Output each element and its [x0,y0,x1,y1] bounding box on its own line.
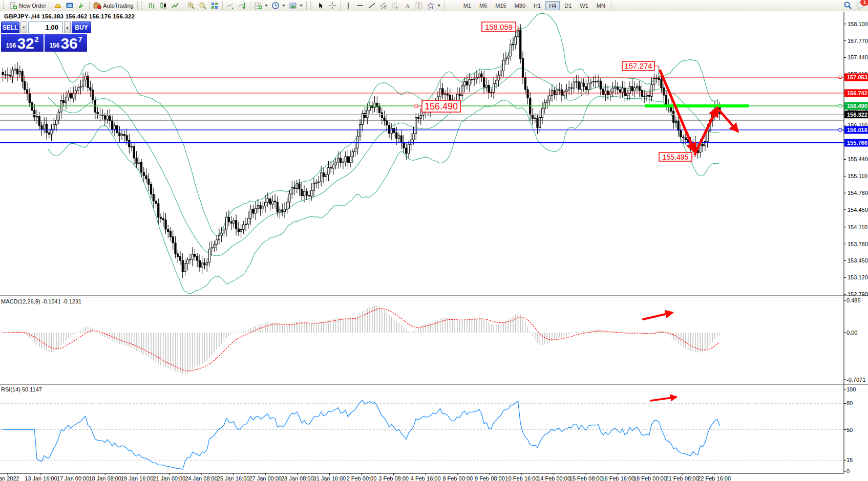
timeframe-D1[interactable]: D1 [561,1,575,10]
mailbox-icon [66,2,74,10]
timeframe-M30[interactable]: M30 [511,1,529,10]
timeframe-H4[interactable]: H4 [545,1,560,10]
trendline-button[interactable] [366,1,377,11]
signals-icon [77,2,86,10]
zoom-in-icon [187,2,195,10]
sell-price-point: 2 [35,35,39,43]
text-icon: A [403,2,411,10]
timeframe-M15[interactable]: M15 [492,1,510,10]
equidistant-channel-button[interactable]: E [378,1,389,11]
separator [340,2,341,10]
signals-button[interactable] [76,1,87,11]
time-axis-label: 10 Feb 16:00 [505,475,539,481]
price-tick-label: 153.450 [848,257,868,264]
timeframe-M1[interactable]: M1 [460,1,475,10]
time-axis-label: 17 Jan 00:00 [57,475,90,481]
horizontal-line-icon [356,2,364,10]
auto-scroll-button[interactable] [225,1,236,11]
tile-windows-button[interactable] [209,1,220,11]
line-handle[interactable] [839,105,841,107]
buy-price-display[interactable]: 156367 [45,34,87,52]
shapes-dropdown[interactable] [425,1,442,11]
caret-icon [437,5,440,7]
bar-chart-icon [147,2,156,10]
timeframe-MN[interactable]: MN [593,1,609,10]
zoom-out-button[interactable] [197,1,208,11]
rsi-axis-label: 50 [846,427,853,433]
candlesticks-button[interactable] [158,1,169,11]
order-entry-row: SELL ▼ ▲ BUY [1,21,87,33]
time-axis-label: 25 Jan 16:00 [217,475,250,481]
time-axis-label: 28 Jan 08:00 [281,475,314,481]
separator [137,2,138,10]
separator [611,2,611,10]
price-level-label: 155.766 [847,140,867,146]
buy-price-point: 7 [78,35,82,43]
search-button[interactable] [842,1,854,11]
periods-dropdown[interactable] [270,1,287,11]
horizontal-line-button[interactable] [354,1,366,11]
price-chart-canvas[interactable]: 158.100157.770157.440157.110156.440156.1… [0,11,868,481]
sell-button[interactable]: SELL [1,21,19,33]
timeframe-H1[interactable]: H1 [530,1,544,10]
notification-badge[interactable]: 1 [860,0,868,6]
rsi-axis-label: 0 [846,468,850,474]
gold-button[interactable] [52,1,63,11]
caret-icon [265,5,268,7]
time-axis-label: 22 Feb 16:00 [697,475,731,481]
cursor-button[interactable] [315,1,326,11]
separator [306,2,307,10]
svg-text:F: F [396,6,398,10]
price-tick-label: 152.790 [848,291,868,297]
rsi-axis-label: 15 [846,457,853,463]
caret-icon [282,5,285,7]
trendline-icon [368,2,376,10]
separator [250,2,250,10]
support-highlight-bar[interactable] [645,104,749,107]
line-handle[interactable] [839,76,841,78]
toolbar: New Order AutoTrading E F [0,0,868,11]
svg-text:T: T [417,3,420,9]
line-handle[interactable] [839,128,841,131]
toolbar-grip[interactable] [141,2,144,9]
autotrading-icon [93,2,101,10]
buy-price-pips: 36 [60,37,77,50]
text-button[interactable]: A [401,1,413,11]
timeframe-W1[interactable]: W1 [576,1,592,10]
toolbar-grip[interactable] [3,2,6,9]
price-level-label: 156.490 [847,103,867,109]
crosshair-button[interactable] [327,1,338,11]
buy-price-bigfigure: 156 [49,42,59,49]
fibonacci-button[interactable]: F [390,1,401,11]
zoom-out-icon [199,2,207,10]
rsi-axis-label: 80 [846,400,853,406]
buy-button[interactable]: BUY [72,21,91,33]
shapes-icon [427,2,435,10]
zoom-in-button[interactable] [185,1,197,11]
new-order-button[interactable]: New Order [8,1,48,11]
autotrading-button[interactable]: AutoTrading [92,1,135,11]
price-tick-label: 153.120 [848,274,868,280]
volume-increase-button[interactable]: ▲ [64,21,71,33]
vertical-line-button[interactable] [343,1,354,11]
toolbar-grip[interactable] [310,2,313,9]
chart-shift-button[interactable] [237,1,248,11]
templates-dropdown[interactable] [287,1,304,11]
text-label-button[interactable]: T [413,1,425,11]
time-axis-label: 27 Jan 00:00 [249,475,282,481]
sell-price-display[interactable]: 156322 [1,34,44,52]
separator [222,2,223,10]
tile-windows-icon [210,2,219,10]
mailbox-button[interactable] [64,1,75,11]
volume-decrease-button[interactable]: ▼ [20,21,27,33]
timeframe-M5[interactable]: M5 [476,1,491,10]
volume-input[interactable] [28,21,63,33]
price-annotation-text: 157.274 [624,61,652,70]
line-chart-button[interactable] [170,1,181,11]
time-axis-label: 16 Feb 16:00 [601,475,634,481]
cursor-icon [316,2,325,10]
new-chart-dropdown[interactable] [252,1,269,11]
autotrading-label: AutoTrading [103,3,134,9]
price-level-label: 156.322 [847,112,867,118]
bar-chart-button[interactable] [146,1,157,11]
